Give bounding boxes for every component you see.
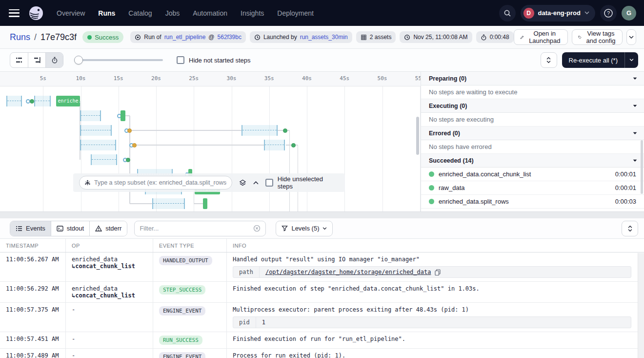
metadata-value-text[interactable]: /opt/dagster/dagster_home/storage/enrich… (265, 269, 431, 275)
collapse-selector-chevron-icon[interactable] (253, 181, 259, 185)
view-timed-icon-button[interactable] (45, 53, 63, 67)
event-log-row[interactable]: 11:00:57.451 AM-RUN_SUCCESSFinished exec… (0, 332, 644, 349)
view-flat-icon-button[interactable] (10, 53, 28, 67)
clock-icon (404, 34, 410, 41)
op-name: - (72, 336, 147, 342)
top-nav: OverviewRunsCatalogJobsAutomationInsight… (0, 0, 644, 26)
nav-item-automation[interactable]: Automation (193, 9, 227, 17)
step-waiting-range (91, 154, 117, 165)
run-tag[interactable]: 0:00:48 (476, 31, 514, 43)
clear-filter-icon[interactable] (253, 225, 261, 232)
copy-icon[interactable] (435, 269, 441, 275)
event-log-row[interactable]: 11:00:56.292 AMenriched_data↳concat_chun… (0, 282, 644, 303)
step-section-header[interactable]: Preparing (0) (421, 72, 644, 85)
layers-icon[interactable] (239, 179, 246, 187)
op-sub-name: ↳concat_chunk_list (72, 292, 147, 299)
search-icon[interactable] (499, 5, 516, 21)
event-log-row[interactable]: 11:00:57.489 AM-ENGINE_EVENTProcess for … (0, 349, 644, 358)
event-log-scrollbar[interactable] (638, 253, 644, 358)
event-log-row[interactable]: 11:00:56.267 AMenriched_data↳concat_chun… (0, 253, 644, 282)
step-waiting-range (264, 140, 285, 150)
warning-icon (95, 225, 102, 232)
run-tag[interactable]: Launched by run_assets_30min (250, 31, 352, 43)
log-filter-input[interactable] (140, 225, 249, 232)
log-tab-label: Events (26, 225, 45, 232)
log-tab-stderr[interactable]: stderr (89, 221, 127, 236)
log-tab-label: stderr (105, 225, 121, 232)
step-section-header[interactable]: Succeeded (14) (421, 154, 644, 168)
user-avatar[interactable]: G (622, 6, 636, 21)
help-icon[interactable]: ? (600, 5, 617, 21)
event-log-row[interactable]: 11:00:57.375 AM-ENGINE_EVENTMultiprocess… (0, 303, 644, 332)
re-execute-options-button[interactable] (624, 52, 638, 68)
slider-track[interactable] (74, 59, 163, 61)
workspace-switcher[interactable]: D data-eng-prod (521, 5, 595, 21)
event-timestamp: 11:00:56.292 AM (0, 282, 66, 302)
log-tab-stdout[interactable]: stdout (51, 221, 89, 236)
event-timestamp: 11:00:57.489 AM (0, 349, 66, 358)
step-waiting-range (80, 125, 112, 136)
open-in-launchpad-button[interactable]: Open in Launchpad (514, 29, 568, 45)
op-name: enriched_data (72, 285, 147, 292)
scroll-to-top-bottom-button[interactable] (622, 221, 638, 236)
event-info: Finished execution of run for "run_etl_p… (227, 332, 637, 348)
nav-item-deployment[interactable]: Deployment (277, 9, 314, 17)
step-list-item[interactable]: raw_data0:00:01 (421, 181, 644, 195)
slider-thumb[interactable] (74, 56, 83, 64)
nav-item-runs[interactable]: Runs (98, 9, 115, 17)
more-run-actions-button[interactable] (626, 29, 636, 45)
event-type-cell: ENGINE_EVENT (153, 303, 227, 332)
gantt-chart[interactable]: 5s10s15s20s25s30s35s40s45s50s55s enriche… (0, 71, 421, 211)
run-tag[interactable]: Nov 25, 11:00:08 AM (400, 31, 472, 43)
step-waiting-range (80, 110, 101, 121)
re-execute-all-button[interactable]: Re-execute all (*) (562, 52, 624, 68)
nav-item-insights[interactable]: Insights (241, 9, 264, 17)
step-subset-input[interactable] (94, 179, 227, 186)
tag-link[interactable]: run_etl_pipeline (164, 34, 206, 41)
nav-item-catalog[interactable]: Catalog (128, 9, 152, 17)
nav-item-jobs[interactable]: Jobs (165, 9, 180, 17)
step-section-title: Preparing (0) (429, 75, 466, 82)
step-duration: 0:00:01 (615, 184, 636, 191)
run-header: Runs / 17e79c3f Success Run of run_etl_p… (0, 26, 644, 49)
gantt-zoom-slider[interactable] (74, 56, 163, 64)
dagster-logo-icon[interactable] (28, 5, 44, 21)
step-waiting-range (242, 125, 278, 136)
step-list-item[interactable]: enriched_data.concat_chunk_list0:00:01 (421, 168, 644, 181)
list-icon (16, 225, 22, 232)
step-list-item[interactable]: enriched_data.split_rows0:00:03 (421, 195, 644, 209)
nav-item-overview[interactable]: Overview (57, 9, 85, 17)
view-waterfall-icon-button[interactable] (28, 53, 45, 67)
op-selector-icon (84, 180, 91, 186)
step-success-dot-icon (429, 185, 434, 190)
breadcrumb-runs-link[interactable]: Runs (10, 32, 30, 42)
event-metadata-table: pid1 (233, 316, 631, 328)
tag-link[interactable]: run_assets_30min (300, 34, 348, 41)
hide-not-started-checkbox[interactable] (177, 56, 184, 64)
event-info-text: Finished execution of run for "run_etl_p… (233, 336, 631, 342)
step-subset-input-wrap (79, 176, 232, 190)
event-type-badge: ENGINE_EVENT (159, 306, 205, 316)
step-section-header[interactable]: Executing (0) (421, 99, 644, 113)
hide-unselected-checkbox[interactable] (265, 179, 273, 187)
gantt-toolbar: Hide not started steps Re-execute all (*… (0, 49, 644, 71)
tag-text: @ (208, 34, 214, 41)
gantt-scrollbar[interactable] (416, 117, 419, 155)
step-bar[interactable] (121, 110, 125, 121)
tag-text: 2 assets (370, 34, 392, 41)
step-panel-scrollbar[interactable] (641, 140, 643, 194)
hamburger-menu-icon[interactable] (9, 9, 20, 17)
run-tag[interactable]: 2 assets (356, 31, 396, 43)
expand-collapse-panels-button[interactable] (541, 52, 557, 68)
tag-link[interactable]: 562f39bc (218, 34, 242, 41)
op-name: - (72, 306, 147, 313)
workspace-badge: D (523, 8, 534, 19)
tag-text: Launched by (263, 34, 297, 41)
run-tag[interactable]: Run of run_etl_pipeline @ 562f39bc (130, 31, 246, 43)
step-bar[interactable] (203, 198, 207, 209)
log-tab-events[interactable]: Events (10, 221, 51, 236)
step-section-header[interactable]: Errored (0) (421, 126, 644, 140)
levels-dropdown[interactable]: Levels (5) (276, 221, 333, 236)
step-bar[interactable]: enriche. (56, 96, 80, 106)
view-tags-config-button[interactable]: View tags and config (572, 29, 623, 45)
